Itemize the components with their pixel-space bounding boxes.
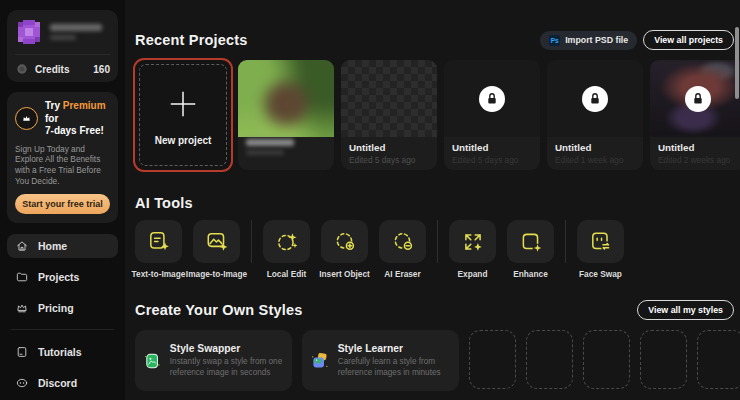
credits-label: Credits <box>35 64 69 75</box>
photoshop-icon: Ps <box>549 35 560 46</box>
tool-button[interactable] <box>449 220 496 263</box>
text-to-image-icon <box>147 230 171 254</box>
lock-icon <box>479 86 505 112</box>
view-all-my-styles-button[interactable]: View all my styles <box>637 300 734 320</box>
project-edited-label: Edited 5 days ago <box>452 155 532 165</box>
avatar <box>15 18 43 46</box>
scrollbar-thumb[interactable] <box>735 27 739 99</box>
tool-insert-object[interactable]: Insert Object <box>321 220 368 279</box>
coin-icon <box>15 62 29 76</box>
sidebar-item-projects[interactable]: Projects <box>7 265 118 289</box>
ai-tools-row: Text-to-Image Image-to-Image <box>135 220 734 279</box>
style-swapper-card[interactable]: Style Swapper Instantly swap a style fro… <box>135 330 292 391</box>
project-edited-label: Edited 5 days ago <box>349 155 429 165</box>
tool-button[interactable] <box>507 220 554 263</box>
discord-icon <box>15 376 29 390</box>
image-to-image-icon <box>205 230 229 254</box>
project-card-locked[interactable]: Untitled Edited 1 week ago <box>547 60 643 170</box>
ai-eraser-icon <box>391 230 415 254</box>
sidebar-item-discord[interactable]: Discord <box>7 371 118 395</box>
tool-image-to-image[interactable]: Image-to-Image <box>193 220 240 279</box>
expand-icon <box>461 230 485 254</box>
premium-crown-icon <box>15 107 38 130</box>
project-card-blurred[interactable] <box>238 60 334 170</box>
view-all-projects-button[interactable]: View all projects <box>643 30 734 50</box>
home-icon <box>15 239 29 253</box>
sidebar-item-tutorials[interactable]: Tutorials <box>7 340 118 364</box>
project-thumbnail-locked <box>547 60 643 137</box>
new-project-card[interactable]: New project <box>135 60 231 170</box>
ai-tools-heading: AI Tools <box>135 195 734 211</box>
style-card-title: Style Learner <box>338 343 450 354</box>
style-learner-card[interactable]: Style Learner Carefully learn a style fr… <box>302 330 459 391</box>
style-learner-icon <box>311 345 329 377</box>
credits-row: Credits 160 <box>15 54 110 76</box>
tool-expand[interactable]: Expand <box>449 220 496 279</box>
project-card-locked[interactable]: Untitled Edited 5 days ago <box>444 60 540 170</box>
tool-button[interactable] <box>263 220 310 263</box>
empty-style-slot[interactable] <box>640 330 687 389</box>
style-card-description: Instantly swap a style from one referenc… <box>170 357 283 378</box>
empty-style-slot[interactable] <box>469 330 516 389</box>
tool-button[interactable] <box>577 220 624 263</box>
user-card[interactable]: Credits 160 <box>7 10 118 82</box>
enhance-icon <box>519 230 543 254</box>
main-content: Recent Projects Ps Import PSD file View … <box>125 0 740 400</box>
project-edited-label: Edited 1 week ago <box>555 155 635 165</box>
new-project-inner: New project <box>139 64 227 166</box>
tool-face-swap[interactable]: Face Swap <box>577 220 624 279</box>
project-thumbnail-locked <box>444 60 540 137</box>
tool-button[interactable] <box>193 220 240 263</box>
tool-button[interactable] <box>321 220 368 263</box>
project-title: Untitled <box>658 142 738 153</box>
crown-icon <box>15 301 29 315</box>
nav-divider <box>11 329 114 330</box>
tool-button[interactable] <box>379 220 426 263</box>
promo-title: Try Premium for 7-days Free! <box>45 100 110 138</box>
project-thumbnail <box>238 60 334 137</box>
tool-text-to-image[interactable]: Text-to-Image <box>135 220 182 279</box>
project-title: Untitled <box>349 142 429 153</box>
user-row <box>15 18 110 46</box>
empty-style-slot[interactable] <box>526 330 573 389</box>
tool-ai-eraser[interactable]: AI Eraser <box>379 220 426 279</box>
promo-description: Sign Up Today and Explore All the Benefi… <box>15 144 110 188</box>
empty-style-slot[interactable] <box>583 330 630 389</box>
lock-icon <box>685 86 711 112</box>
empty-style-slot[interactable] <box>697 330 740 389</box>
import-psd-button[interactable]: Ps Import PSD file <box>540 31 637 50</box>
lock-icon <box>582 86 608 112</box>
style-card-description: Carefully learn a style from reference i… <box>338 357 450 378</box>
tools-group-divider <box>565 220 566 263</box>
local-edit-icon <box>275 230 299 254</box>
tool-enhance[interactable]: Enhance <box>507 220 554 279</box>
credits-value: 160 <box>93 64 110 75</box>
tool-button[interactable] <box>135 220 182 263</box>
style-card-title: Style Swapper <box>170 343 283 354</box>
sidebar-nav: Home Projects Pricing Tutoria <box>7 234 118 400</box>
project-card-locked[interactable]: Untitled Edited 2 weeks ago <box>650 60 740 170</box>
app-window: Credits 160 Try Premium for 7-days Free!… <box>0 0 740 400</box>
face-swap-icon <box>589 230 613 254</box>
user-name-redacted <box>50 24 102 40</box>
project-edited-label: Edited 2 weeks ago <box>658 155 738 165</box>
tools-group-divider <box>437 220 438 263</box>
project-thumbnail-transparent <box>341 60 437 137</box>
premium-highlight: Premium <box>63 100 106 111</box>
sidebar: Credits 160 Try Premium for 7-days Free!… <box>0 0 125 400</box>
recent-projects-row: New project Untitled Edited 5 days ago <box>135 60 734 170</box>
start-free-trial-button[interactable]: Start your free trial <box>15 194 110 214</box>
project-card-untitled[interactable]: Untitled Edited 5 days ago <box>341 60 437 170</box>
project-thumbnail-locked <box>650 60 740 137</box>
project-title: Untitled <box>555 142 635 153</box>
plus-icon <box>167 88 199 120</box>
book-icon <box>15 345 29 359</box>
styles-row: Style Swapper Instantly swap a style fro… <box>135 330 734 391</box>
project-title: Untitled <box>452 142 532 153</box>
sidebar-item-pricing[interactable]: Pricing <box>7 296 118 320</box>
sidebar-item-home[interactable]: Home <box>7 234 118 258</box>
project-title-redacted <box>238 137 334 170</box>
tool-local-edit[interactable]: Local Edit <box>263 220 310 279</box>
premium-promo-card: Try Premium for 7-days Free! Sign Up Tod… <box>7 92 118 223</box>
recent-projects-heading: Recent Projects <box>135 32 248 48</box>
